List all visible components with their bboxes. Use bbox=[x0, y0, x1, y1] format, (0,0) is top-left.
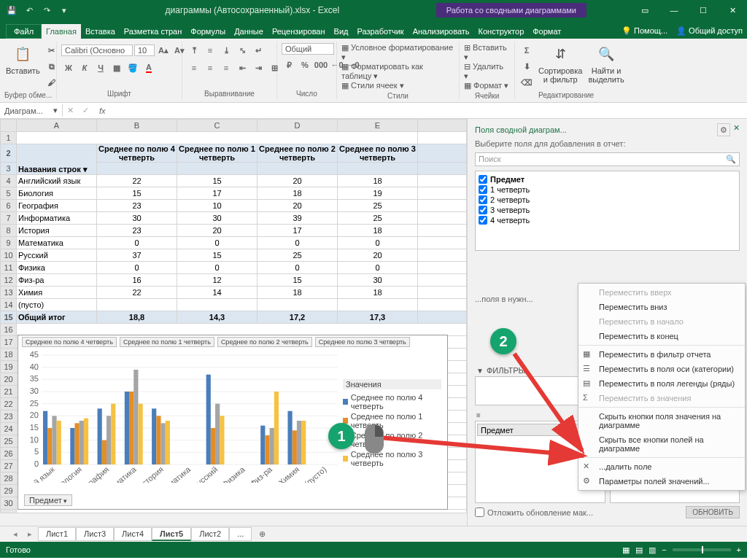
fill-color-icon[interactable]: 🪣 bbox=[125, 61, 140, 75]
field-item[interactable]: 2 четверть bbox=[479, 195, 736, 205]
context-menu-item[interactable]: Скрыть все кнопки полей на диаграмме bbox=[578, 432, 745, 456]
chart-value-button[interactable]: Среднее по полю 2 четверть bbox=[217, 337, 312, 347]
align-center-icon[interactable]: ≡ bbox=[203, 61, 217, 75]
close-icon[interactable]: ✕ bbox=[718, 0, 747, 20]
field-search-input[interactable]: Поиск🔍 bbox=[475, 152, 740, 166]
context-menu-item[interactable]: Скрыть кнопки поля значения на диаграмме bbox=[578, 409, 745, 432]
tab-formulas[interactable]: Формулы bbox=[186, 24, 230, 39]
name-box[interactable]: Диаграм...▾ bbox=[0, 104, 63, 117]
border-icon[interactable]: ▦ bbox=[109, 61, 124, 75]
chart-value-button[interactable]: Среднее по полю 4 четверть bbox=[22, 337, 117, 347]
field-item[interactable]: Предмет bbox=[479, 174, 736, 184]
format-cells-button[interactable]: ▦ Формат ▾ bbox=[464, 81, 508, 90]
increase-font-icon[interactable]: A▴ bbox=[156, 43, 171, 58]
undo-icon[interactable]: ↶ bbox=[23, 4, 35, 16]
tab-insert[interactable]: Вставка bbox=[81, 24, 120, 39]
chart-field-button[interactable]: Предмет ▾ bbox=[24, 494, 72, 506]
fx-icon[interactable]: fx bbox=[93, 106, 112, 115]
tab-share[interactable]: 👤 Общий доступ bbox=[672, 23, 747, 39]
currency-icon[interactable]: ₽ bbox=[282, 58, 296, 72]
sheet-tab[interactable]: Лист4 bbox=[114, 527, 152, 541]
paste-button[interactable]: 📋Вставить bbox=[4, 43, 42, 77]
tab-layout[interactable]: Разметка стран bbox=[120, 24, 186, 39]
field-item[interactable]: 3 четверть bbox=[479, 205, 736, 215]
view-break-icon[interactable]: ▥ bbox=[649, 545, 656, 555]
pane-settings-icon[interactable]: ⚙ bbox=[717, 123, 730, 136]
indent-dec-icon[interactable]: ⇤ bbox=[235, 61, 249, 75]
horizontal-scrollbar[interactable] bbox=[0, 513, 467, 526]
redo-icon[interactable]: ↷ bbox=[41, 4, 53, 16]
pane-close-icon[interactable]: ✕ bbox=[733, 123, 740, 136]
ribbon-display-icon[interactable]: ▭ bbox=[630, 0, 659, 20]
sheet-tab[interactable]: Лист1 bbox=[38, 527, 76, 541]
view-page-icon[interactable]: ▤ bbox=[635, 545, 643, 555]
sheet-tab[interactable]: ... bbox=[229, 527, 252, 541]
sort-filter-button[interactable]: ⇵Сортировка и фильтр bbox=[537, 43, 584, 85]
update-button[interactable]: ОБНОВИТЬ bbox=[686, 506, 740, 518]
qat-more-icon[interactable]: ▾ bbox=[58, 4, 70, 16]
zoom-out-icon[interactable]: − bbox=[662, 545, 666, 554]
wrap-text-icon[interactable]: ↵ bbox=[251, 43, 266, 58]
sheet-tab[interactable]: Лист3 bbox=[76, 527, 114, 541]
tab-format[interactable]: Формат bbox=[528, 24, 565, 39]
italic-button[interactable]: К bbox=[77, 61, 92, 75]
orientation-icon[interactable]: ⤡ bbox=[235, 43, 249, 58]
new-sheet-icon[interactable]: ⊕ bbox=[253, 529, 271, 539]
percent-icon[interactable]: % bbox=[298, 58, 312, 72]
align-top-icon[interactable]: ⤒ bbox=[187, 43, 201, 58]
indent-inc-icon[interactable]: ⇥ bbox=[251, 61, 266, 75]
context-menu-item[interactable]: ☰Переместить в поля оси (категории) bbox=[578, 362, 745, 376]
tab-view[interactable]: Вид bbox=[330, 24, 353, 39]
context-menu-item[interactable]: ▦Переместить в фильтр отчета bbox=[578, 347, 745, 362]
field-item[interactable]: 1 четверть bbox=[479, 184, 736, 195]
context-menu-item[interactable]: Переместить в конец bbox=[578, 329, 745, 343]
tab-home[interactable]: Главная bbox=[42, 24, 81, 39]
field-item[interactable]: 4 четверть bbox=[479, 215, 736, 225]
zoom-in-icon[interactable]: + bbox=[737, 545, 741, 554]
context-menu-item[interactable]: ✕...далить поле bbox=[578, 459, 745, 474]
font-size-select[interactable]: 10 bbox=[134, 44, 155, 56]
tab-file[interactable]: Файл bbox=[6, 24, 42, 39]
context-menu-item[interactable]: Переместить вниз bbox=[578, 300, 745, 314]
save-icon[interactable]: 💾 bbox=[6, 4, 18, 16]
defer-checkbox[interactable] bbox=[475, 508, 484, 517]
sheet-tab[interactable]: Лист5 bbox=[152, 527, 191, 541]
maximize-icon[interactable]: ☐ bbox=[689, 0, 718, 20]
tab-tell-me[interactable]: 💡 Помощ... bbox=[617, 23, 672, 39]
context-menu-item[interactable]: ▤Переместить в поля легенды (ряды) bbox=[578, 376, 745, 391]
align-left-icon[interactable]: ≡ bbox=[187, 61, 201, 75]
enter-formula-icon[interactable]: ✓ bbox=[78, 106, 93, 115]
bold-button[interactable]: Ж bbox=[61, 61, 76, 75]
align-middle-icon[interactable]: ≡ bbox=[203, 43, 217, 58]
align-right-icon[interactable]: ≡ bbox=[219, 61, 233, 75]
view-normal-icon[interactable]: ▦ bbox=[622, 545, 630, 555]
tab-data[interactable]: Данные bbox=[230, 24, 268, 39]
cond-format-button[interactable]: ▦ Условное форматирование ▾ bbox=[341, 43, 454, 62]
format-table-button[interactable]: ▦ Форматировать как таблицу ▾ bbox=[341, 62, 454, 81]
minimize-icon[interactable]: — bbox=[659, 0, 689, 20]
zoom-slider[interactable] bbox=[673, 548, 731, 551]
clear-icon[interactable]: ⌫ bbox=[519, 75, 534, 90]
tab-developer[interactable]: Разработчик bbox=[352, 24, 408, 39]
insert-cells-button[interactable]: ⊞ Вставить ▾ bbox=[464, 43, 510, 62]
tab-analyze[interactable]: Анализировать bbox=[409, 24, 474, 39]
delete-cells-button[interactable]: ⊟ Удалить ▾ bbox=[464, 62, 510, 81]
font-color-icon[interactable]: A bbox=[142, 61, 156, 75]
context-menu-item[interactable]: ⚙Параметры полей значений... bbox=[578, 474, 745, 489]
font-name-select[interactable]: Calibri (Основно bbox=[61, 44, 133, 56]
chart-value-button[interactable]: Среднее по полю 1 четверть bbox=[120, 337, 214, 347]
align-bottom-icon[interactable]: ⤓ bbox=[219, 43, 233, 58]
sheet-nav-next-icon[interactable]: ▸ bbox=[23, 529, 36, 539]
cell-styles-button[interactable]: ▦ Стили ячеек ▾ bbox=[341, 81, 404, 90]
tab-review[interactable]: Рецензирован bbox=[268, 24, 330, 39]
sheet-nav-prev-icon[interactable]: ◂ bbox=[9, 529, 22, 539]
fill-icon[interactable]: ⬇ bbox=[519, 59, 534, 74]
underline-button[interactable]: Ч bbox=[93, 61, 108, 75]
cancel-formula-icon[interactable]: ✕ bbox=[63, 106, 78, 115]
find-select-button[interactable]: 🔍Найти и выделить bbox=[587, 43, 625, 85]
comma-icon[interactable]: 000 bbox=[314, 58, 328, 72]
sheet-tab[interactable]: Лист2 bbox=[191, 527, 229, 541]
tab-design[interactable]: Конструктор bbox=[474, 24, 529, 39]
number-format-select[interactable]: Общий bbox=[282, 43, 334, 55]
autosum-icon[interactable]: Σ bbox=[519, 43, 534, 58]
